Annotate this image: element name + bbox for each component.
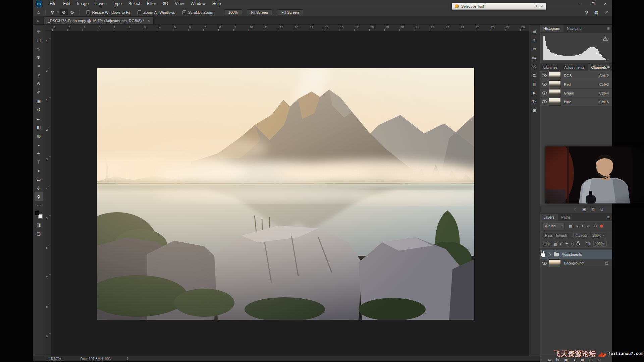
panel-menu-icon[interactable]: ≡ — [607, 26, 609, 31]
brush-tool[interactable]: ✐ — [35, 88, 43, 97]
menu-item[interactable]: Filter — [144, 0, 160, 8]
toolkit-panel-icon[interactable]: Tk — [532, 99, 537, 104]
eraser-tool[interactable]: ▱ — [35, 114, 43, 123]
option-checkbox[interactable]: Resize Windows to Fit — [86, 10, 130, 14]
filter-type-layers-icon[interactable]: T — [581, 224, 584, 228]
ruler-horizontal[interactable]: 3210123456789101112131415161718192021222… — [51, 25, 529, 31]
zoom-in-button[interactable]: ⊕ — [60, 9, 68, 15]
blend-mode-dropdown[interactable]: Pass Through — [543, 233, 574, 238]
layer-row-background[interactable]: Background — [540, 259, 612, 267]
menu-item[interactable]: File — [46, 0, 60, 8]
panel-tab[interactable]: Adjustments — [561, 64, 588, 71]
restore-button[interactable]: ❐ — [592, 2, 595, 6]
lock-pixels-icon[interactable]: ✐ — [560, 242, 563, 246]
panel-tab[interactable]: Layers — [540, 214, 558, 221]
search-icon[interactable]: ⚲ — [585, 10, 588, 15]
visibility-toggle[interactable] — [540, 74, 549, 77]
filter-smart-objects-icon[interactable]: ⊡ — [594, 224, 597, 228]
checkbox-icon[interactable] — [138, 10, 141, 14]
menu-item[interactable]: Layer — [92, 0, 109, 8]
minimize-button[interactable]: — — [579, 2, 582, 6]
group-expand-icon[interactable]: ❯ — [549, 253, 551, 256]
filter-toggle-icon[interactable] — [600, 225, 603, 228]
screen-mode-icon[interactable]: ▢ — [35, 229, 43, 238]
selective-tool-window[interactable]: Selective Tool ❐ ✕ — [452, 3, 546, 10]
panel-menu-icon[interactable]: ≡ — [607, 65, 609, 70]
zoom-preset-button[interactable]: Fill Screen — [277, 9, 303, 15]
opacity-field[interactable]: 100% ˅ — [591, 233, 606, 238]
home-icon[interactable]: ⌂ — [35, 10, 42, 15]
option-checkbox[interactable]: Zoom All Windows — [138, 10, 175, 14]
option-checkbox[interactable]: Scrubby Zoom — [182, 10, 213, 14]
chevron-down-icon[interactable]: ˅ — [56, 11, 59, 14]
close-button[interactable]: ✕ — [604, 2, 607, 6]
status-chevron-icon[interactable]: ❯ — [126, 357, 129, 360]
zoom-tool-icon[interactable]: ⚲ — [49, 10, 57, 15]
layer-thumbnail[interactable] — [549, 259, 561, 267]
panel-tab[interactable]: Histogram — [540, 25, 564, 32]
edit-toolbar-icon[interactable]: ⋯ — [37, 203, 41, 207]
lock-all-icon[interactable] — [577, 243, 580, 245]
layer-filter-kind-dropdown[interactable]: ⚲ Kind ˅ — [543, 223, 565, 229]
path-selection-tool[interactable]: ➤ — [35, 166, 43, 175]
color-swatches[interactable] — [35, 211, 43, 219]
eye-icon[interactable] — [542, 74, 547, 77]
delete-channel-icon[interactable]: ⊔ — [600, 207, 603, 212]
menu-item[interactable]: Edit — [60, 0, 74, 8]
document-tab[interactable]: _DSC3178-Pano copy @ 16,7% (Adjustments,… — [44, 17, 154, 24]
history-brush-tool[interactable]: ↺ — [35, 105, 43, 114]
zoom-preset-button[interactable]: Fit Screen — [247, 9, 272, 15]
paragraph-panel-icon[interactable]: ¶ — [533, 38, 535, 43]
lasso-tool[interactable]: ∿ — [35, 44, 43, 53]
filter-pixel-layers-icon[interactable]: ▦ — [569, 224, 572, 228]
eye-icon[interactable] — [542, 100, 547, 103]
quick-selection-tool[interactable]: ✽ — [35, 53, 43, 62]
glyphs-panel-icon[interactable]: aA — [532, 55, 537, 61]
shape-tool[interactable]: ▭ — [35, 175, 43, 184]
visibility-toggle[interactable] — [540, 100, 549, 103]
menu-item[interactable]: Help — [209, 0, 224, 8]
channel-row[interactable]: RGB Ctrl+2 — [540, 71, 612, 80]
warning-icon[interactable] — [603, 36, 608, 42]
quick-mask-icon[interactable]: ◨ — [35, 220, 43, 229]
lock-artboard-icon[interactable]: ⊡ — [571, 242, 574, 246]
layer-row-adjustments[interactable]: ❯ Adjustments — [540, 250, 612, 259]
link-layers-icon[interactable]: ∞ — [548, 358, 551, 362]
menu-item[interactable]: View — [171, 0, 187, 8]
new-channel-icon[interactable]: ⧉ — [592, 207, 595, 212]
actions-panel-icon[interactable]: ▶ — [533, 90, 536, 96]
fill-field[interactable]: 100% ˅ — [593, 241, 607, 247]
save-selection-as-channel-icon[interactable]: ▣ — [582, 207, 586, 212]
close-button[interactable]: ✕ — [540, 4, 543, 8]
tab-close-icon[interactable]: × — [148, 18, 150, 23]
channel-row[interactable]: Green Ctrl+4 — [540, 89, 612, 98]
share-icon[interactable]: ↗ — [604, 10, 608, 15]
panel-tab[interactable]: Paths — [558, 214, 574, 221]
lock-position-icon[interactable]: ✛ — [566, 242, 569, 246]
channel-row[interactable]: Blue Ctrl+5 — [540, 98, 612, 106]
workspace-icon[interactable]: ▦ — [594, 10, 598, 15]
visibility-toggle[interactable] — [540, 92, 549, 95]
eye-icon[interactable] — [542, 83, 547, 86]
panel-tab[interactable]: Libraries — [540, 64, 561, 71]
foreground-color-swatch[interactable] — [35, 211, 39, 215]
menu-item[interactable]: Image — [74, 0, 92, 8]
photoshop-logo-icon[interactable]: Ps — [36, 1, 42, 7]
menu-item[interactable]: Window — [187, 0, 209, 8]
menu-item[interactable]: 3D — [159, 0, 171, 8]
hand-tool[interactable]: ✣ — [35, 184, 43, 192]
menu-item[interactable]: Type — [109, 0, 125, 8]
gradient-tool[interactable]: ◧ — [35, 123, 43, 131]
styles-panel-icon[interactable]: ⊞ — [533, 107, 536, 113]
collapse-chevron-icon[interactable]: » — [33, 19, 42, 24]
pen-tool[interactable]: ✒ — [35, 149, 43, 158]
eye-icon[interactable] — [542, 92, 547, 95]
ruler-vertical[interactable]: 10123456789 — [45, 31, 51, 356]
zoom-tool[interactable]: ⚲ — [35, 192, 43, 201]
type-tool[interactable]: T — [35, 158, 43, 166]
checkbox-icon[interactable] — [86, 10, 90, 14]
info-panel-icon[interactable]: ⓘ — [532, 64, 536, 69]
filter-shape-layers-icon[interactable]: ▭ — [587, 224, 590, 228]
visibility-toggle[interactable] — [540, 262, 549, 265]
eye-icon[interactable] — [542, 262, 547, 265]
